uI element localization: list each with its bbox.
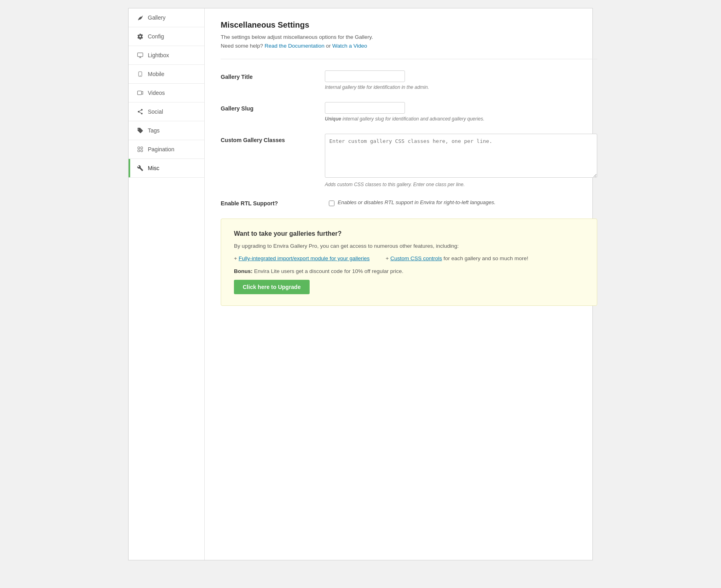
upgrade-heading: Want to take your galleries further? <box>234 230 584 237</box>
custom-classes-textarea[interactable] <box>325 134 597 178</box>
sidebar-item-social[interactable]: Social <box>129 102 204 121</box>
sidebar-item-label: Tags <box>148 127 160 134</box>
mobile-icon <box>137 70 144 78</box>
main-content: Miscellaneous Settings The settings belo… <box>205 8 613 560</box>
sidebar-item-label: Videos <box>148 90 165 96</box>
sidebar-item-label: Misc <box>148 165 159 171</box>
gallery-slug-input[interactable] <box>325 102 405 114</box>
sidebar-item-misc[interactable]: Misc <box>129 159 204 178</box>
sidebar: Gallery Config Lightbox <box>129 8 205 560</box>
gallery-slug-label: Gallery Slug <box>221 102 325 112</box>
page-description: The settings below adjust miscellaneous … <box>221 33 597 50</box>
upgrade-description: By upgrading to Envira Gallery Pro, you … <box>234 243 584 249</box>
feature1: + Fully-integrated import/export module … <box>234 255 370 262</box>
gallery-title-label: Gallery Title <box>221 70 325 80</box>
bonus-label: Bonus: <box>234 268 253 274</box>
gallery-title-hint: Internal gallery title for identificatio… <box>325 84 597 90</box>
svg-rect-9 <box>138 150 140 152</box>
rtl-field: Enables or disables RTL support in Envir… <box>329 199 597 206</box>
custom-classes-field: Adds custom CSS classes to this gallery.… <box>325 134 597 187</box>
feature2: + Custom CSS controls for each gallery a… <box>386 255 528 262</box>
feature2-prefix: + <box>386 255 391 261</box>
gallery-title-input[interactable] <box>325 70 405 82</box>
svg-rect-0 <box>137 53 143 56</box>
rtl-checkbox[interactable] <box>329 201 334 206</box>
sidebar-item-mobile[interactable]: Mobile <box>129 65 204 84</box>
sidebar-item-gallery[interactable]: Gallery <box>129 8 204 27</box>
read-docs-link[interactable]: Read the Documentation <box>265 43 324 49</box>
upgrade-features: + Fully-integrated import/export module … <box>234 255 584 262</box>
bonus-text: Envira Lite users get a discount code fo… <box>253 268 403 274</box>
gallery-slug-row: Gallery Slug Unique internal gallery slu… <box>221 102 597 122</box>
sidebar-item-videos[interactable]: Videos <box>129 84 204 102</box>
sidebar-item-label: Lightbox <box>148 52 169 58</box>
social-icon <box>137 108 144 115</box>
svg-rect-6 <box>137 91 141 94</box>
feature2-link[interactable]: Custom CSS controls <box>390 255 442 261</box>
rtl-row: Enable RTL Support? Enables or disables … <box>221 199 597 207</box>
leaf-icon <box>137 14 144 21</box>
rtl-label: Enable RTL Support? <box>221 199 325 207</box>
svg-rect-8 <box>141 147 143 149</box>
feature1-prefix: + <box>234 255 239 261</box>
page-title: Miscellaneous Settings <box>221 20 597 30</box>
pagination-icon <box>137 146 144 153</box>
upgrade-bonus: Bonus: Envira Lite users get a discount … <box>234 268 584 274</box>
section-divider <box>221 59 597 59</box>
upgrade-button[interactable]: Click here to Upgrade <box>234 280 310 294</box>
gear-icon <box>137 33 144 40</box>
gallery-slug-field: Unique internal gallery slug for identif… <box>325 102 597 122</box>
custom-classes-hint: Adds custom CSS classes to this gallery.… <box>325 182 597 187</box>
sidebar-item-label: Social <box>148 108 163 115</box>
svg-rect-7 <box>138 147 140 149</box>
sidebar-item-label: Pagination <box>148 146 174 153</box>
sidebar-item-lightbox[interactable]: Lightbox <box>129 46 204 65</box>
custom-classes-label: Custom Gallery Classes <box>221 134 325 143</box>
custom-classes-row: Custom Gallery Classes Adds custom CSS c… <box>221 134 597 187</box>
feature2-suffix: for each gallery and so much more! <box>442 255 528 261</box>
rtl-hint: Enables or disables RTL support in Envir… <box>338 199 495 205</box>
gallery-title-row: Gallery Title Internal gallery title for… <box>221 70 597 90</box>
sidebar-item-label: Mobile <box>148 71 164 77</box>
sidebar-item-tags[interactable]: Tags <box>129 121 204 140</box>
sidebar-item-config[interactable]: Config <box>129 27 204 46</box>
svg-point-5 <box>140 75 140 76</box>
wrench-icon <box>137 165 144 172</box>
watch-video-link[interactable]: Watch a Video <box>332 43 367 49</box>
sidebar-item-pagination[interactable]: Pagination <box>129 140 204 159</box>
video-icon <box>137 89 144 96</box>
tag-icon <box>137 127 144 134</box>
lightbox-icon <box>137 52 144 59</box>
svg-rect-10 <box>141 150 143 152</box>
upgrade-box: Want to take your galleries further? By … <box>221 219 597 306</box>
gallery-slug-hint: Unique internal gallery slug for identif… <box>325 116 597 122</box>
sidebar-item-label: Gallery <box>148 14 165 21</box>
sidebar-item-label: Config <box>148 33 164 40</box>
gallery-title-field: Internal gallery title for identificatio… <box>325 70 597 90</box>
feature1-link[interactable]: Fully-integrated import/export module fo… <box>239 255 370 261</box>
